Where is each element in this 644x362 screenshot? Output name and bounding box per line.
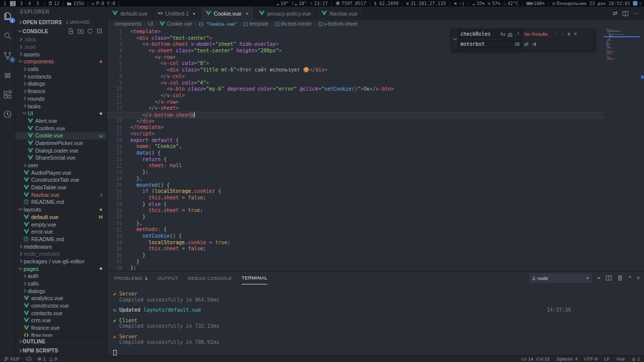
tree-item-AudioPlayer.vue[interactable]: AudioPlayer.vue (15, 169, 107, 176)
tree-item-finance[interactable]: finance (15, 88, 107, 95)
preserve-case-icon[interactable]: AB (515, 42, 520, 47)
match-case-icon[interactable]: Aa (500, 32, 505, 37)
tab-Navbar.vue[interactable]: Navbar.vue (316, 7, 363, 20)
git-branch-indicator[interactable]: #13* (4, 356, 20, 361)
find-in-selection-icon[interactable]: ≡ (568, 31, 571, 37)
find-input[interactable]: checkRoles Aa ab .* (458, 30, 522, 38)
tab-Cookie.vue[interactable]: Cookie.vue× (201, 7, 254, 20)
explorer-icon[interactable]: 1 (1, 10, 14, 23)
tree-item-dialogs[interactable]: dialogs (15, 80, 107, 88)
terminal-select[interactable]: 1: node ▾ (529, 273, 592, 283)
close-panel-icon[interactable]: × (637, 275, 640, 281)
replace-input[interactable]: motorbot AB (458, 40, 522, 48)
tree-item-analytics.vue[interactable]: analytics.vue (15, 295, 107, 302)
tree-item-DialogLoader.vue[interactable]: DialogLoader.vue (15, 147, 107, 154)
keyboard-layout-icon[interactable] (633, 1, 637, 6)
maximize-panel-icon[interactable]: ^ (628, 275, 631, 281)
layout-toggle-icon[interactable]: ⇄ (613, 10, 617, 17)
terminal-output[interactable]: ✔ServerCompiled successfully in 964.56ms… (107, 284, 644, 356)
find-next-icon[interactable]: ↓ (561, 31, 564, 37)
sync-indicator[interactable] (26, 356, 32, 361)
panel-tab-terminal[interactable]: TERMINAL (242, 271, 267, 284)
status-lf[interactable]: LF (604, 356, 610, 361)
tree-item-components[interactable]: components (15, 58, 107, 65)
replace-all-icon[interactable]: ⇉ (532, 41, 536, 47)
close-tab-icon[interactable]: × (246, 11, 249, 17)
regex-icon[interactable]: .* (515, 32, 520, 37)
workspace-2[interactable]: 2 (10, 1, 16, 6)
tree-item-finance.vue[interactable]: finance.vue (15, 324, 107, 332)
tree-item-Alert.vue[interactable]: Alert.vue (15, 117, 107, 125)
tree-item-DataTable.vue[interactable]: DataTable.vue (15, 184, 107, 191)
breadcrumb-item[interactable]: v-bottom-sheet (318, 21, 358, 27)
tree-item-auth[interactable]: auth (15, 272, 107, 280)
workspace-5[interactable]: 5 (35, 1, 41, 6)
find-toggle-chevron[interactable] (452, 30, 458, 48)
tree-item-UI[interactable]: UI (15, 110, 107, 117)
extensions-icon[interactable] (1, 88, 14, 101)
split-terminal-icon[interactable] (606, 275, 612, 281)
tree-item-dialogs[interactable]: dialogs (15, 287, 107, 295)
scrollbar-cursor-marker[interactable] (641, 76, 643, 79)
tree-item-.idea[interactable]: .idea (15, 36, 107, 43)
workspace-1[interactable]: 1 (2, 1, 8, 6)
refresh-icon[interactable] (87, 28, 93, 34)
whole-word-icon[interactable]: ab (508, 32, 513, 37)
status-ln[interactable]: Ln 14, Col 22 (521, 356, 550, 361)
debug-icon[interactable] (1, 68, 14, 82)
tree-item-Navbar.vue[interactable]: Navbar.vue1 (15, 191, 107, 198)
tree-item-default.vue[interactable]: default.vueM (15, 213, 107, 221)
replace-icon[interactable]: ⇄ (524, 41, 528, 47)
outline-section-header[interactable]: OUTLINE (15, 337, 107, 346)
tree-item-pages[interactable]: pages (15, 265, 107, 272)
notification-bell[interactable]: 1 (631, 356, 640, 361)
code-editor[interactable]: 1234567891011121314151617181920212223242… (107, 28, 644, 271)
close-find-icon[interactable]: × (574, 31, 577, 37)
tree-item-crm.vue[interactable]: crm.vue (15, 317, 107, 324)
tree-item-node_modules[interactable]: node_modules (15, 250, 107, 258)
panel-tab-problems[interactable]: PROBLEMS1 (114, 271, 148, 284)
tree-item-middleware[interactable]: middleware (15, 243, 107, 250)
npm-scripts-section-header[interactable]: NPM SCRIPTS (15, 346, 107, 355)
tree-item-user[interactable]: user (15, 162, 107, 169)
breadcrumb-item[interactable]: Cookie.vue (159, 21, 192, 27)
problems-indicator[interactable]: ⊗ 1 △ 0 (38, 356, 57, 361)
tree-item-contancts[interactable]: contancts (15, 73, 107, 80)
new-folder-icon[interactable] (77, 28, 84, 34)
tree-item-ShareSocial.vue[interactable]: ShareSocial.vue (15, 154, 107, 162)
breadcrumb-item[interactable]: {} "Cookie.vue" (199, 22, 237, 27)
volume-indicator[interactable]: —| (454, 1, 465, 6)
new-terminal-icon[interactable]: + (597, 275, 600, 281)
tree-item-rounds[interactable]: rounds (15, 95, 107, 103)
status-vue[interactable]: Vue (616, 356, 625, 361)
more-actions-icon[interactable]: ⋯ (633, 10, 639, 17)
project-root-header[interactable]: CONSOLE (15, 27, 107, 36)
tree-item-flow.json[interactable]: {}flow.json (15, 332, 107, 337)
new-file-icon[interactable] (68, 28, 74, 34)
source-control-icon[interactable]: 3 (1, 49, 14, 62)
tab-privacy-policy.vue[interactable]: privacy-policy.vue (254, 7, 316, 20)
minimap[interactable] (606, 29, 637, 63)
tab-Untitled-1[interactable]: <>Untitled-1● (153, 7, 201, 20)
tree-item-README.md[interactable]: README.md (15, 198, 107, 206)
tree-item-calls[interactable]: calls (15, 280, 107, 287)
panel-tab-output[interactable]: OUTPUT (157, 271, 178, 284)
breadcrumb-item[interactable]: UI (148, 21, 153, 27)
open-editors-header[interactable]: OPEN EDITORS 1 UNSAVED (15, 18, 107, 27)
collapse-all-icon[interactable] (97, 28, 103, 34)
breadcrumb-item[interactable]: div.text-center (275, 21, 312, 27)
split-editor-icon[interactable] (622, 11, 628, 17)
workspace-switcher[interactable]: 1 2 3 4 5 (2, 1, 41, 6)
tree-item-ConstructorTab.vue[interactable]: ConstructorTab.vue (15, 176, 107, 184)
tree-item-layouts[interactable]: layouts (15, 206, 107, 213)
kill-terminal-icon[interactable] (617, 275, 623, 281)
find-previous-icon[interactable]: ↑ (555, 31, 558, 37)
tree-item-contacts.vue[interactable]: contacts.vue (15, 309, 107, 317)
search-icon[interactable] (1, 29, 14, 42)
tree-item-.nuxt[interactable]: .nuxt (15, 43, 107, 51)
tree-item-Confirm.vue[interactable]: Confirm.vue (15, 124, 107, 132)
panel-tab-debug-console[interactable]: DEBUG CONSOLE (188, 271, 232, 284)
breadcrumb-item[interactable]: template (244, 21, 268, 27)
project-manager-icon[interactable] (1, 108, 14, 121)
breadcrumb-item[interactable]: components (114, 21, 141, 27)
